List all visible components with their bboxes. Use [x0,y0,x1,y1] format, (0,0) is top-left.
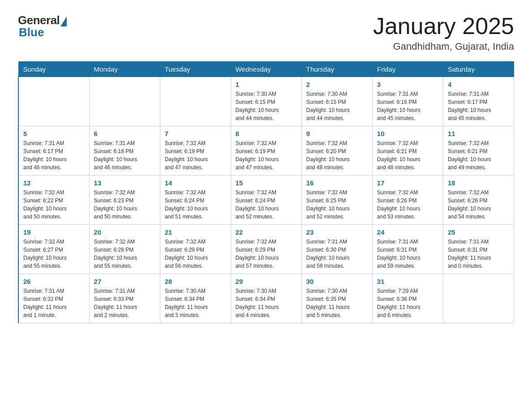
calendar-day-3: 3Sunrise: 7:31 AM Sunset: 6:16 PM Daylig… [372,77,443,126]
day-info: Sunrise: 7:30 AM Sunset: 6:35 PM Dayligh… [306,287,368,319]
day-number: 20 [94,228,155,236]
calendar-day-29: 29Sunrise: 7:30 AM Sunset: 6:34 PM Dayli… [231,274,301,323]
day-info: Sunrise: 7:32 AM Sunset: 6:23 PM Dayligh… [94,188,155,221]
day-number: 29 [236,278,297,285]
day-info: Sunrise: 7:31 AM Sunset: 6:32 PM Dayligh… [23,287,85,319]
day-info: Sunrise: 7:31 AM Sunset: 6:33 PM Dayligh… [94,287,155,319]
title-area: January 2025 Gandhidham, Gujarat, India [373,13,514,52]
calendar-day-14: 14Sunrise: 7:32 AM Sunset: 6:24 PM Dayli… [160,176,231,225]
calendar-day-25: 25Sunrise: 7:31 AM Sunset: 6:31 PM Dayli… [443,225,514,274]
calendar-week-row: 1Sunrise: 7:30 AM Sunset: 6:15 PM Daylig… [18,77,514,126]
calendar-day-9: 9Sunrise: 7:32 AM Sunset: 6:20 PM Daylig… [301,126,372,176]
day-number: 9 [306,130,368,137]
calendar-day-31: 31Sunrise: 7:29 AM Sunset: 6:36 PM Dayli… [372,274,443,323]
column-header-tuesday: Tuesday [160,62,231,77]
day-number: 2 [306,81,368,88]
day-number: 17 [377,179,438,187]
day-info: Sunrise: 7:31 AM Sunset: 6:17 PM Dayligh… [23,139,85,171]
calendar-day-17: 17Sunrise: 7:32 AM Sunset: 6:26 PM Dayli… [372,176,443,225]
column-header-monday: Monday [89,62,160,77]
day-info: Sunrise: 7:32 AM Sunset: 6:19 PM Dayligh… [165,139,226,171]
day-info: Sunrise: 7:32 AM Sunset: 6:26 PM Dayligh… [377,188,438,221]
calendar-day-5: 5Sunrise: 7:31 AM Sunset: 6:17 PM Daylig… [18,126,89,176]
location-title: Gandhidham, Gujarat, India [373,41,514,52]
calendar-day-28: 28Sunrise: 7:30 AM Sunset: 6:34 PM Dayli… [160,274,231,323]
day-number: 4 [448,81,509,88]
day-info: Sunrise: 7:32 AM Sunset: 6:26 PM Dayligh… [448,188,509,221]
day-info: Sunrise: 7:32 AM Sunset: 6:24 PM Dayligh… [236,188,297,221]
day-info: Sunrise: 7:32 AM Sunset: 6:20 PM Dayligh… [306,139,368,171]
day-number: 23 [306,228,368,236]
day-number: 25 [448,228,509,236]
page-header: General Blue January 2025 Gandhidham, Gu… [18,13,514,52]
day-info: Sunrise: 7:31 AM Sunset: 6:31 PM Dayligh… [448,238,509,270]
calendar-day-6: 6Sunrise: 7:31 AM Sunset: 6:18 PM Daylig… [89,126,160,176]
calendar-day-16: 16Sunrise: 7:32 AM Sunset: 6:25 PM Dayli… [301,176,372,225]
day-info: Sunrise: 7:31 AM Sunset: 6:18 PM Dayligh… [94,139,155,171]
calendar-day-10: 10Sunrise: 7:32 AM Sunset: 6:21 PM Dayli… [372,126,443,176]
day-number: 10 [377,130,438,137]
day-number: 7 [165,130,226,137]
calendar-day-27: 27Sunrise: 7:31 AM Sunset: 6:33 PM Dayli… [89,274,160,323]
day-info: Sunrise: 7:32 AM Sunset: 6:24 PM Dayligh… [165,188,226,221]
calendar-week-row: 5Sunrise: 7:31 AM Sunset: 6:17 PM Daylig… [18,126,514,176]
day-number: 5 [23,130,85,137]
calendar-empty-cell [443,274,514,323]
column-header-saturday: Saturday [443,62,514,77]
day-number: 31 [377,278,438,285]
day-number: 16 [306,179,368,187]
column-header-sunday: Sunday [18,62,89,77]
day-info: Sunrise: 7:30 AM Sunset: 6:15 PM Dayligh… [306,90,368,122]
day-info: Sunrise: 7:31 AM Sunset: 6:16 PM Dayligh… [377,90,438,122]
day-number: 21 [165,228,226,236]
calendar-day-18: 18Sunrise: 7:32 AM Sunset: 6:26 PM Dayli… [443,176,514,225]
calendar-day-19: 19Sunrise: 7:32 AM Sunset: 6:27 PM Dayli… [18,225,89,274]
calendar-day-26: 26Sunrise: 7:31 AM Sunset: 6:32 PM Dayli… [18,274,89,323]
logo-triangle-icon [60,17,67,26]
day-number: 6 [94,130,155,137]
calendar-day-23: 23Sunrise: 7:31 AM Sunset: 6:30 PM Dayli… [301,225,372,274]
calendar-day-30: 30Sunrise: 7:30 AM Sunset: 6:35 PM Dayli… [301,274,372,323]
day-info: Sunrise: 7:32 AM Sunset: 6:29 PM Dayligh… [165,238,226,270]
day-info: Sunrise: 7:31 AM Sunset: 6:17 PM Dayligh… [448,90,509,122]
day-number: 11 [448,130,509,137]
day-number: 30 [306,278,368,285]
day-info: Sunrise: 7:31 AM Sunset: 6:31 PM Dayligh… [377,238,438,270]
column-header-wednesday: Wednesday [231,62,301,77]
day-info: Sunrise: 7:32 AM Sunset: 6:21 PM Dayligh… [448,139,509,171]
calendar-empty-cell [89,77,160,126]
calendar-day-2: 2Sunrise: 7:30 AM Sunset: 6:15 PM Daylig… [301,77,372,126]
calendar-day-21: 21Sunrise: 7:32 AM Sunset: 6:29 PM Dayli… [160,225,231,274]
day-number: 18 [448,179,509,187]
calendar-week-row: 12Sunrise: 7:32 AM Sunset: 6:22 PM Dayli… [18,176,514,225]
calendar-day-12: 12Sunrise: 7:32 AM Sunset: 6:22 PM Dayli… [18,176,89,225]
day-info: Sunrise: 7:32 AM Sunset: 6:21 PM Dayligh… [377,139,438,171]
day-info: Sunrise: 7:31 AM Sunset: 6:30 PM Dayligh… [306,238,368,270]
day-number: 24 [377,228,438,236]
day-number: 14 [165,179,226,187]
calendar-day-4: 4Sunrise: 7:31 AM Sunset: 6:17 PM Daylig… [443,77,514,126]
day-number: 19 [23,228,85,236]
day-number: 3 [377,81,438,88]
column-header-thursday: Thursday [301,62,372,77]
day-number: 8 [236,130,297,137]
calendar-day-15: 15Sunrise: 7:32 AM Sunset: 6:24 PM Dayli… [231,176,301,225]
calendar-empty-cell [18,77,89,126]
column-header-friday: Friday [372,62,443,77]
calendar-week-row: 26Sunrise: 7:31 AM Sunset: 6:32 PM Dayli… [18,274,514,323]
day-number: 13 [94,179,155,187]
day-info: Sunrise: 7:32 AM Sunset: 6:27 PM Dayligh… [23,238,85,270]
day-info: Sunrise: 7:32 AM Sunset: 6:29 PM Dayligh… [236,238,297,270]
day-info: Sunrise: 7:32 AM Sunset: 6:25 PM Dayligh… [306,188,368,221]
calendar-day-7: 7Sunrise: 7:32 AM Sunset: 6:19 PM Daylig… [160,126,231,176]
calendar-day-13: 13Sunrise: 7:32 AM Sunset: 6:23 PM Dayli… [89,176,160,225]
day-number: 1 [236,81,297,88]
day-number: 22 [236,228,297,236]
day-info: Sunrise: 7:30 AM Sunset: 6:34 PM Dayligh… [236,287,297,319]
logo: General Blue [18,13,67,39]
day-number: 12 [23,179,85,187]
calendar-day-11: 11Sunrise: 7:32 AM Sunset: 6:21 PM Dayli… [443,126,514,176]
day-number: 26 [23,278,85,285]
month-title: January 2025 [373,13,514,39]
day-number: 15 [236,179,297,187]
